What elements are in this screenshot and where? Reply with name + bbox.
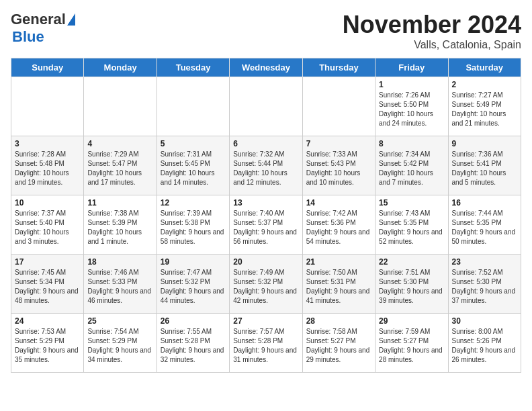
day-info: Sunrise: 7:55 AM Sunset: 5:28 PM Dayligh… xyxy=(161,327,226,365)
day-number: 25 xyxy=(87,316,152,326)
day-info: Sunrise: 7:31 AM Sunset: 5:45 PM Dayligh… xyxy=(161,150,226,187)
day-number: 23 xyxy=(452,257,517,267)
day-info: Sunrise: 7:58 AM Sunset: 5:27 PM Dayligh… xyxy=(306,327,371,365)
day-number: 19 xyxy=(161,257,226,267)
day-info: Sunrise: 7:37 AM Sunset: 5:40 PM Dayligh… xyxy=(15,209,80,246)
calendar-cell: 27Sunrise: 7:57 AM Sunset: 5:28 PM Dayli… xyxy=(230,314,302,373)
days-of-week-row: SundayMondayTuesdayWednesdayThursdayFrid… xyxy=(11,58,521,77)
day-number: 8 xyxy=(379,139,444,148)
day-info: Sunrise: 7:42 AM Sunset: 5:36 PM Dayligh… xyxy=(306,209,371,246)
day-info: Sunrise: 7:28 AM Sunset: 5:48 PM Dayligh… xyxy=(15,150,80,187)
calendar-cell: 13Sunrise: 7:40 AM Sunset: 5:37 PM Dayli… xyxy=(230,195,302,255)
calendar-cell: 22Sunrise: 7:51 AM Sunset: 5:30 PM Dayli… xyxy=(375,255,448,314)
day-number: 30 xyxy=(452,316,517,326)
calendar-cell: 10Sunrise: 7:37 AM Sunset: 5:40 PM Dayli… xyxy=(11,195,84,255)
calendar-cell: 3Sunrise: 7:28 AM Sunset: 5:48 PM Daylig… xyxy=(11,136,84,195)
day-info: Sunrise: 7:51 AM Sunset: 5:30 PM Dayligh… xyxy=(379,268,444,306)
day-of-week-header: Thursday xyxy=(302,58,375,77)
day-number: 29 xyxy=(379,316,444,326)
day-number: 17 xyxy=(15,257,80,267)
day-number: 21 xyxy=(306,257,371,267)
day-of-week-header: Friday xyxy=(375,58,448,77)
day-number: 3 xyxy=(15,139,80,148)
calendar-cell: 9Sunrise: 7:36 AM Sunset: 5:41 PM Daylig… xyxy=(448,136,521,195)
calendar-cell xyxy=(11,77,84,136)
day-info: Sunrise: 7:54 AM Sunset: 5:29 PM Dayligh… xyxy=(87,327,152,365)
day-info: Sunrise: 7:33 AM Sunset: 5:43 PM Dayligh… xyxy=(306,150,371,187)
day-info: Sunrise: 7:45 AM Sunset: 5:34 PM Dayligh… xyxy=(15,268,80,306)
month-title: November 2024 xyxy=(343,11,521,39)
day-number: 11 xyxy=(87,198,152,208)
day-number: 2 xyxy=(452,80,517,89)
calendar-cell: 12Sunrise: 7:39 AM Sunset: 5:38 PM Dayli… xyxy=(157,195,229,255)
calendar-cell: 20Sunrise: 7:49 AM Sunset: 5:32 PM Dayli… xyxy=(230,255,302,314)
calendar-cell: 15Sunrise: 7:43 AM Sunset: 5:35 PM Dayli… xyxy=(375,195,448,255)
day-number: 22 xyxy=(379,257,444,267)
logo-general: General xyxy=(11,11,66,28)
day-info: Sunrise: 7:49 AM Sunset: 5:32 PM Dayligh… xyxy=(233,268,298,306)
calendar-cell: 30Sunrise: 8:00 AM Sunset: 5:26 PM Dayli… xyxy=(448,314,521,373)
day-info: Sunrise: 7:52 AM Sunset: 5:30 PM Dayligh… xyxy=(452,268,517,306)
day-number: 18 xyxy=(87,257,152,267)
calendar-cell: 1Sunrise: 7:26 AM Sunset: 5:50 PM Daylig… xyxy=(375,77,448,136)
day-info: Sunrise: 7:44 AM Sunset: 5:35 PM Dayligh… xyxy=(452,209,517,246)
day-number: 27 xyxy=(233,316,298,326)
calendar-table: SundayMondayTuesdayWednesdayThursdayFrid… xyxy=(11,58,521,373)
day-of-week-header: Saturday xyxy=(448,58,521,77)
day-info: Sunrise: 7:34 AM Sunset: 5:42 PM Dayligh… xyxy=(379,150,444,187)
day-info: Sunrise: 7:50 AM Sunset: 5:31 PM Dayligh… xyxy=(306,268,371,306)
day-number: 9 xyxy=(452,139,517,148)
day-info: Sunrise: 7:47 AM Sunset: 5:32 PM Dayligh… xyxy=(161,268,226,306)
day-number: 6 xyxy=(233,139,298,148)
calendar-cell: 21Sunrise: 7:50 AM Sunset: 5:31 PM Dayli… xyxy=(302,255,375,314)
location-subtitle: Valls, Catalonia, Spain xyxy=(343,39,521,51)
day-number: 24 xyxy=(15,316,80,326)
day-info: Sunrise: 7:59 AM Sunset: 5:27 PM Dayligh… xyxy=(379,327,444,365)
calendar-cell xyxy=(84,77,157,136)
day-number: 10 xyxy=(15,198,80,208)
day-number: 28 xyxy=(306,316,371,326)
calendar-cell: 26Sunrise: 7:55 AM Sunset: 5:28 PM Dayli… xyxy=(157,314,229,373)
logo-blue: Blue xyxy=(12,28,44,45)
day-number: 26 xyxy=(161,316,226,326)
calendar-cell: 29Sunrise: 7:59 AM Sunset: 5:27 PM Dayli… xyxy=(375,314,448,373)
day-number: 1 xyxy=(379,80,444,89)
day-info: Sunrise: 7:40 AM Sunset: 5:37 PM Dayligh… xyxy=(233,209,298,246)
calendar-cell: 17Sunrise: 7:45 AM Sunset: 5:34 PM Dayli… xyxy=(11,255,84,314)
calendar-cell: 16Sunrise: 7:44 AM Sunset: 5:35 PM Dayli… xyxy=(448,195,521,255)
calendar-week-row: 17Sunrise: 7:45 AM Sunset: 5:34 PM Dayli… xyxy=(11,255,521,314)
calendar-cell: 6Sunrise: 7:32 AM Sunset: 5:44 PM Daylig… xyxy=(230,136,302,195)
calendar-cell: 18Sunrise: 7:46 AM Sunset: 5:33 PM Dayli… xyxy=(84,255,157,314)
calendar-cell: 14Sunrise: 7:42 AM Sunset: 5:36 PM Dayli… xyxy=(302,195,375,255)
day-of-week-header: Sunday xyxy=(11,58,84,77)
day-info: Sunrise: 7:43 AM Sunset: 5:35 PM Dayligh… xyxy=(379,209,444,246)
calendar-body: 1Sunrise: 7:26 AM Sunset: 5:50 PM Daylig… xyxy=(11,77,521,373)
day-info: Sunrise: 7:57 AM Sunset: 5:28 PM Dayligh… xyxy=(233,327,298,365)
logo: General Blue xyxy=(11,11,75,46)
calendar-cell xyxy=(302,77,375,136)
title-area: November 2024 Valls, Catalonia, Spain xyxy=(343,11,521,51)
day-number: 7 xyxy=(306,139,371,148)
calendar-week-row: 3Sunrise: 7:28 AM Sunset: 5:48 PM Daylig… xyxy=(11,136,521,195)
day-info: Sunrise: 7:32 AM Sunset: 5:44 PM Dayligh… xyxy=(233,150,298,187)
calendar-week-row: 10Sunrise: 7:37 AM Sunset: 5:40 PM Dayli… xyxy=(11,195,521,255)
calendar-header: SundayMondayTuesdayWednesdayThursdayFrid… xyxy=(11,58,521,77)
calendar-cell: 7Sunrise: 7:33 AM Sunset: 5:43 PM Daylig… xyxy=(302,136,375,195)
calendar-cell: 11Sunrise: 7:38 AM Sunset: 5:39 PM Dayli… xyxy=(84,195,157,255)
day-of-week-header: Monday xyxy=(84,58,157,77)
day-info: Sunrise: 7:46 AM Sunset: 5:33 PM Dayligh… xyxy=(87,268,152,306)
day-number: 5 xyxy=(161,139,226,148)
day-number: 15 xyxy=(379,198,444,208)
calendar-cell: 2Sunrise: 7:27 AM Sunset: 5:49 PM Daylig… xyxy=(448,77,521,136)
day-info: Sunrise: 7:38 AM Sunset: 5:39 PM Dayligh… xyxy=(87,209,152,246)
day-info: Sunrise: 7:36 AM Sunset: 5:41 PM Dayligh… xyxy=(452,150,517,187)
day-number: 12 xyxy=(161,198,226,208)
day-info: Sunrise: 7:26 AM Sunset: 5:50 PM Dayligh… xyxy=(379,91,444,128)
day-number: 14 xyxy=(306,198,371,208)
header: General Blue November 2024 Valls, Catalo… xyxy=(11,11,521,51)
day-number: 13 xyxy=(233,198,298,208)
calendar-cell: 23Sunrise: 7:52 AM Sunset: 5:30 PM Dayli… xyxy=(448,255,521,314)
calendar-cell: 28Sunrise: 7:58 AM Sunset: 5:27 PM Dayli… xyxy=(302,314,375,373)
day-number: 20 xyxy=(233,257,298,267)
calendar-week-row: 24Sunrise: 7:53 AM Sunset: 5:29 PM Dayli… xyxy=(11,314,521,373)
